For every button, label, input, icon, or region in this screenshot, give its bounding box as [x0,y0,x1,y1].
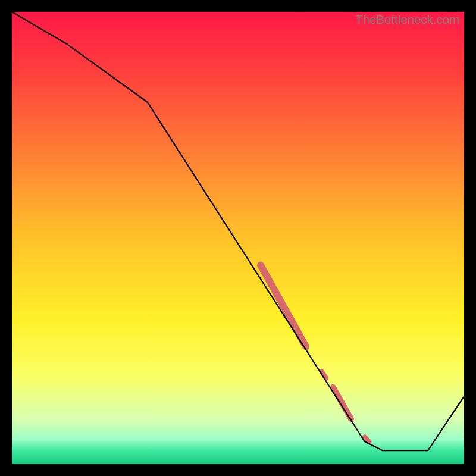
chart-frame: TheBottleneck.com [12,12,464,464]
bottleneck-chart [12,12,464,464]
gradient-background [12,12,464,464]
watermark-text: TheBottleneck.com [355,13,459,27]
highlight-segment [365,437,369,441]
